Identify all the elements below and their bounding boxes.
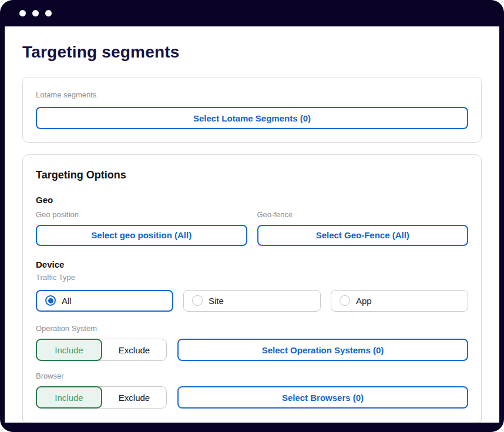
traffic-type-option-label: Site xyxy=(209,296,224,306)
traffic-type-option-app[interactable]: App xyxy=(331,290,468,312)
page-title: Targeting segments xyxy=(22,43,482,62)
device-group-title: Device xyxy=(36,259,468,269)
browser-exclude-segment[interactable]: Exclude xyxy=(102,387,166,408)
window-dot-icon xyxy=(45,10,52,16)
select-geo-position-button[interactable]: Select geo position (All) xyxy=(36,225,247,246)
operation-system-include-exclude-toggle: Include Exclude xyxy=(36,339,167,361)
browser-window: Targeting segments Lotame segments Selec… xyxy=(0,0,504,432)
traffic-type-label: Traffic Type xyxy=(36,273,468,282)
browser-include-exclude-toggle: Include Exclude xyxy=(36,386,167,409)
select-lotame-segments-button[interactable]: Select Lotame Segments (0) xyxy=(36,107,468,129)
geo-position-label: Geo position xyxy=(36,210,247,220)
select-geo-fence-button[interactable]: Select Geo-Fence (All) xyxy=(257,225,469,246)
window-dot-icon xyxy=(32,10,39,16)
operation-system-label: Operation System xyxy=(36,324,468,333)
traffic-type-option-all[interactable]: All xyxy=(36,290,173,312)
select-operation-systems-button[interactable]: Select Operation Systems (0) xyxy=(177,339,468,361)
traffic-type-option-label: App xyxy=(356,296,372,306)
targeting-options-card: Targeting Options Geo Geo position Selec… xyxy=(22,154,482,423)
radio-unselected-icon xyxy=(192,295,203,306)
browser-label: Browser xyxy=(36,372,468,381)
window-dot-icon xyxy=(19,10,26,16)
browser-row: Include Exclude Select Browsers (0) xyxy=(36,386,468,409)
operation-system-row: Include Exclude Select Operation Systems… xyxy=(36,339,468,361)
geo-fence-label: Geo-fence xyxy=(257,210,469,220)
operation-system-exclude-segment[interactable]: Exclude xyxy=(102,339,166,360)
traffic-type-option-label: All xyxy=(62,296,72,306)
traffic-type-radio-group: All Site App xyxy=(36,290,468,312)
geo-position-field: Geo position Select geo position (All) xyxy=(36,210,247,245)
page-content: Targeting segments Lotame segments Selec… xyxy=(5,26,499,423)
window-titlebar xyxy=(0,0,504,26)
geo-controls-row: Geo position Select geo position (All) G… xyxy=(36,210,468,245)
radio-unselected-icon xyxy=(340,295,350,306)
traffic-type-option-site[interactable]: Site xyxy=(183,290,321,312)
lotame-segments-card: Lotame segments Select Lotame Segments (… xyxy=(22,77,482,143)
select-browsers-button[interactable]: Select Browsers (0) xyxy=(177,386,468,409)
geo-group-title: Geo xyxy=(36,195,468,205)
geo-fence-field: Geo-fence Select Geo-Fence (All) xyxy=(257,210,469,245)
radio-selected-icon xyxy=(45,295,56,306)
targeting-options-title: Targeting Options xyxy=(36,169,468,181)
browser-include-segment[interactable]: Include xyxy=(36,386,102,409)
lotame-segments-label: Lotame segments xyxy=(36,90,468,100)
operation-system-include-segment[interactable]: Include xyxy=(36,339,102,361)
